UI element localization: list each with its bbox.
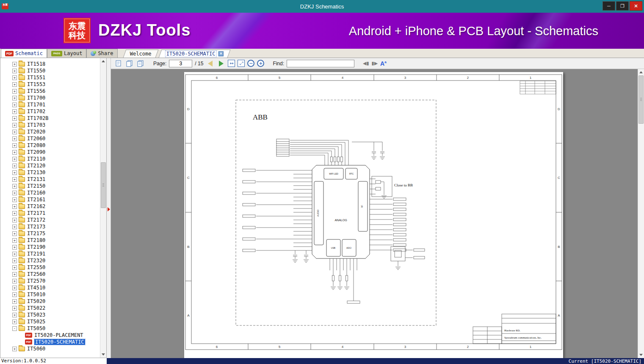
close-tab-icon[interactable]: ✕ (218, 51, 224, 56)
expand-toggle-icon[interactable]: + (12, 347, 17, 351)
expand-toggle-icon[interactable]: + (12, 103, 17, 107)
tree-item[interactable]: +IT2120 (0, 162, 100, 169)
scrollbar-thumb[interactable] (638, 75, 644, 124)
tree-item[interactable]: +IT1701 (0, 101, 100, 108)
tree-item[interactable]: +IT1700 (0, 94, 100, 101)
tree-item[interactable]: +IT2080 (0, 142, 100, 149)
tree-item[interactable]: +IT2171 (0, 210, 100, 217)
next-page-icon[interactable] (217, 59, 225, 68)
tree-item[interactable]: +IT1702B (0, 115, 100, 122)
tree-item-document[interactable]: PDFIT5020-SCHEMATIC (0, 339, 100, 345)
expand-toggle-icon[interactable]: + (12, 306, 17, 311)
expand-toggle-icon[interactable]: + (12, 197, 17, 202)
expand-toggle-icon[interactable]: + (12, 204, 17, 209)
expand-toggle-icon[interactable]: + (12, 299, 17, 304)
tree-item[interactable]: +IT5060 (0, 345, 100, 352)
find-previous-icon[interactable]: ◀▮ (363, 61, 369, 66)
expand-toggle-icon[interactable]: + (12, 272, 17, 277)
expand-toggle-icon[interactable]: + (12, 292, 17, 297)
minimize-button[interactable]: ─ (603, 1, 615, 11)
scroll-up-icon[interactable] (638, 69, 644, 75)
tree-item[interactable]: +IT2020 (0, 128, 100, 135)
panel-splitter[interactable] (107, 58, 111, 358)
close-button[interactable]: ✕ (630, 1, 642, 11)
find-input[interactable] (287, 60, 354, 67)
tree-item[interactable]: +IT2172 (0, 217, 100, 223)
expand-toggle-icon[interactable]: + (12, 177, 17, 182)
expand-toggle-icon[interactable]: + (12, 82, 17, 87)
font-size-icon[interactable]: Aa (380, 60, 387, 67)
expand-toggle-icon[interactable]: + (12, 89, 17, 94)
expand-toggle-icon[interactable]: + (12, 225, 17, 229)
tree-item[interactable]: +IT2160 (0, 189, 100, 196)
expand-toggle-icon[interactable]: + (12, 211, 17, 216)
tree-item[interactable]: +IT4510 (0, 284, 100, 291)
tree-item[interactable]: +IT5023 (0, 311, 100, 318)
expand-toggle-icon[interactable]: + (12, 218, 17, 222)
page-number-input[interactable] (169, 60, 192, 67)
expand-toggle-icon[interactable]: + (12, 238, 17, 243)
expand-toggle-icon[interactable]: + (12, 191, 17, 195)
collapse-toggle-icon[interactable]: - (12, 326, 17, 331)
tree-item[interactable]: +IT2570 (0, 278, 100, 284)
tab-layout[interactable]: PADS Layout (47, 49, 86, 58)
sidebar-scrollbar[interactable] (100, 58, 106, 358)
tree-item[interactable]: +IT2161 (0, 196, 100, 203)
expand-toggle-icon[interactable]: + (12, 62, 17, 67)
doc-tab-it5020-schematic[interactable]: IT5020-SCHEMATIC ✕ (159, 50, 231, 58)
scroll-up-icon[interactable] (100, 58, 106, 64)
expand-toggle-icon[interactable]: + (12, 123, 17, 128)
tab-share[interactable]: Share (86, 49, 117, 58)
tree-item[interactable]: +IT1703 (0, 122, 100, 128)
scroll-down-icon[interactable] (100, 351, 106, 358)
expand-toggle-icon[interactable]: + (12, 109, 17, 114)
tree-item[interactable]: +IT2175 (0, 230, 100, 237)
expand-toggle-icon[interactable]: + (12, 164, 17, 168)
expand-toggle-icon[interactable]: + (12, 75, 17, 80)
tree-item[interactable]: +IT2150 (0, 183, 100, 189)
tree-item[interactable]: +IT2190 (0, 244, 100, 250)
tree-item[interactable]: -IT5050 (0, 325, 100, 332)
expand-toggle-icon[interactable]: + (12, 136, 17, 141)
zoom-out-icon[interactable]: − (247, 60, 254, 67)
expand-toggle-icon[interactable]: + (12, 231, 17, 236)
fit-width-icon[interactable]: ↔ (228, 60, 235, 67)
expand-toggle-icon[interactable]: + (12, 258, 17, 263)
expand-toggle-icon[interactable]: + (12, 279, 17, 283)
previous-page-icon[interactable] (206, 59, 214, 68)
tree-item[interactable]: +IT2131 (0, 176, 100, 183)
tree-item[interactable]: +IT2320 (0, 257, 100, 264)
tree-item[interactable]: +IT2130 (0, 169, 100, 176)
viewer-scrollbar[interactable] (638, 69, 644, 358)
expand-toggle-icon[interactable]: + (12, 252, 17, 256)
tree-item[interactable]: +IT2180 (0, 237, 100, 244)
tree-item[interactable]: +IT2550 (0, 264, 100, 271)
tree-item[interactable]: +IT5010 (0, 291, 100, 298)
tree-item[interactable]: +IT5020 (0, 298, 100, 305)
expand-toggle-icon[interactable]: + (12, 69, 17, 73)
find-next-icon[interactable]: ▮▶ (372, 61, 378, 66)
scroll-down-icon[interactable] (638, 352, 644, 358)
collapse-panel-icon[interactable] (108, 207, 110, 211)
expand-toggle-icon[interactable]: + (12, 313, 17, 317)
expand-toggle-icon[interactable]: + (12, 320, 17, 324)
expand-toggle-icon[interactable]: + (12, 170, 17, 175)
expand-toggle-icon[interactable]: + (12, 130, 17, 134)
expand-toggle-icon[interactable]: + (12, 265, 17, 270)
expand-toggle-icon[interactable]: + (12, 286, 17, 290)
tree-item[interactable]: +IT5025 (0, 318, 100, 325)
tree-item-document[interactable]: PDFIT5020-PLACEMENT (0, 332, 100, 339)
tree-item[interactable]: +IT2173 (0, 223, 100, 230)
scrollbar-thumb[interactable] (101, 162, 106, 208)
tree-item[interactable]: +IT1550 (0, 67, 100, 74)
zoom-in-icon[interactable]: + (257, 60, 264, 67)
tree-item[interactable]: +IT1553 (0, 81, 100, 88)
tree-item[interactable]: +IT1518 (0, 61, 100, 67)
expand-toggle-icon[interactable]: + (12, 116, 17, 121)
tree-item[interactable]: +IT1702 (0, 108, 100, 115)
tree-item[interactable]: +IT2560 (0, 271, 100, 278)
tree-item[interactable]: +IT2090 (0, 149, 100, 156)
expand-toggle-icon[interactable]: + (12, 157, 17, 161)
expand-toggle-icon[interactable]: + (12, 143, 17, 148)
tree-item[interactable]: +IT2162 (0, 203, 100, 210)
